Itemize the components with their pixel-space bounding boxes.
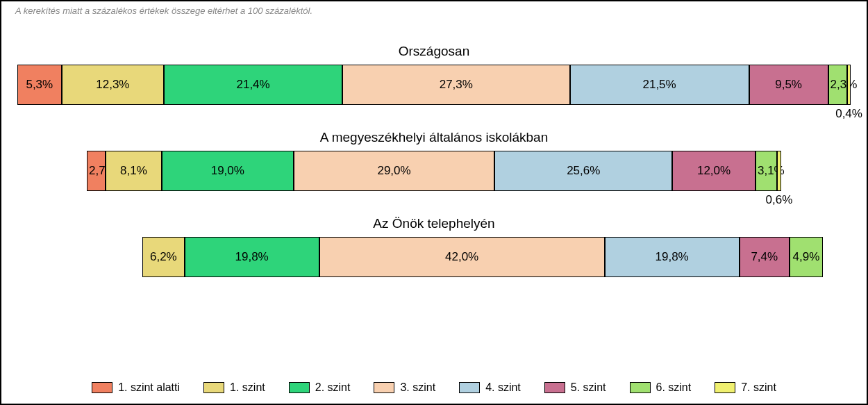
bar-segment: 29,0% — [294, 151, 495, 191]
segment-label: 12,3% — [96, 78, 129, 92]
segment-label: 9,5% — [775, 78, 802, 92]
bar-segment: 12,0% — [672, 151, 756, 191]
rounding-note: A kerekítés miatt a százalékos értékek ö… — [15, 6, 853, 16]
bar-segment: 0,4% — [847, 65, 851, 105]
legend-label: 1. szint alatti — [118, 381, 180, 394]
segment-label: 5,3% — [26, 78, 53, 92]
legend-label: 5. szint — [571, 381, 606, 394]
segment-label: 21,4% — [236, 78, 269, 92]
segment-label: 8,1% — [120, 164, 147, 178]
bar-segment: 19,8% — [605, 237, 740, 277]
segment-label: 29,0% — [377, 164, 410, 178]
legend-swatch — [92, 382, 112, 393]
legend-label: 4. szint — [485, 381, 521, 394]
legend-swatch — [630, 382, 651, 393]
stacked-bar: 6,2%19,8%42,0%19,8%7,4%4,9% — [142, 237, 823, 277]
bar-segment: 0,6% — [777, 151, 781, 191]
segment-label: 42,0% — [445, 250, 478, 264]
segment-label: 0,6% — [766, 193, 793, 207]
legend-swatch — [203, 382, 224, 393]
segment-label: 12,0% — [697, 164, 731, 178]
bar-segment: 6,2% — [142, 237, 185, 277]
segment-label: 4,9% — [793, 250, 820, 264]
stacked-bar: 2,7%8,1%19,0%29,0%25,6%12,0%3,1%0,6% — [87, 151, 781, 191]
segment-label: 27,3% — [440, 78, 473, 92]
bars-area: Országosan5,3%12,3%21,4%27,3%21,5%9,5%2,… — [17, 44, 851, 277]
bar-segment: 19,0% — [162, 151, 294, 191]
segment-label: 25,6% — [567, 164, 600, 178]
legend-swatch — [544, 382, 565, 393]
legend-item: 4. szint — [459, 381, 521, 394]
legend-swatch — [715, 382, 735, 393]
bar-segment: 9,5% — [749, 65, 828, 105]
bar-segment: 5,3% — [17, 65, 62, 105]
legend-label: 7. szint — [741, 381, 776, 394]
segment-label: 6,2% — [150, 250, 177, 264]
bar-group: Az Önök telephelyén6,2%19,8%42,0%19,8%7,… — [17, 216, 851, 277]
segment-label: 19,0% — [211, 164, 244, 178]
bar-segment: 2,7% — [87, 151, 106, 191]
segment-label: 19,8% — [656, 250, 689, 264]
legend-item: 2. szint — [289, 381, 351, 394]
bar-row: 6,2%19,8%42,0%19,8%7,4%4,9% — [17, 237, 851, 277]
bar-segment: 3,1% — [756, 151, 777, 191]
legend-item: 1. szint — [203, 381, 265, 394]
bar-segment: 21,4% — [164, 65, 342, 105]
bar-segment: 42,0% — [319, 237, 605, 277]
bar-segment: 19,8% — [185, 237, 319, 277]
bar-row: 5,3%12,3%21,4%27,3%21,5%9,5%2,3%0,4% — [17, 65, 851, 105]
legend-item: 7. szint — [715, 381, 776, 394]
legend-item: 5. szint — [544, 381, 606, 394]
bar-segment: 21,5% — [570, 65, 749, 105]
legend-label: 6. szint — [656, 381, 692, 394]
bar-title: A megyeszékhelyi általános iskolákban — [17, 130, 851, 145]
bar-segment: 2,3% — [828, 65, 848, 105]
segment-label: 7,4% — [751, 250, 778, 264]
bar-segment: 27,3% — [342, 65, 570, 105]
segment-label: 19,8% — [235, 250, 269, 264]
bar-group: Országosan5,3%12,3%21,4%27,3%21,5%9,5%2,… — [17, 44, 851, 105]
bar-segment: 8,1% — [106, 151, 162, 191]
legend-item: 3. szint — [374, 381, 435, 394]
bar-segment: 4,9% — [790, 237, 823, 277]
segment-label: 0,4% — [835, 107, 862, 121]
legend-item: 6. szint — [630, 381, 692, 394]
bar-segment: 12,3% — [62, 65, 165, 105]
legend-item: 1. szint alatti — [92, 381, 180, 394]
legend-label: 3. szint — [400, 381, 435, 394]
legend-swatch — [289, 382, 310, 393]
segment-label: 2,3% — [831, 78, 858, 92]
legend: 1. szint alatti1. szint2. szint3. szint4… — [1, 381, 867, 394]
bar-row: 2,7%8,1%19,0%29,0%25,6%12,0%3,1%0,6% — [17, 151, 851, 191]
legend-label: 2. szint — [315, 381, 351, 394]
bar-title: Az Önök telephelyén — [17, 216, 851, 231]
legend-swatch — [459, 382, 480, 393]
segment-label: 21,5% — [642, 78, 676, 92]
chart-frame: A kerekítés miatt a százalékos értékek ö… — [0, 0, 868, 405]
bar-segment: 25,6% — [494, 151, 672, 191]
bar-title: Országosan — [17, 44, 851, 59]
bar-group: A megyeszékhelyi általános iskolákban2,7… — [17, 130, 851, 191]
legend-swatch — [374, 382, 394, 393]
stacked-bar: 5,3%12,3%21,4%27,3%21,5%9,5%2,3%0,4% — [17, 65, 851, 105]
legend-label: 1. szint — [230, 381, 265, 394]
bar-segment: 7,4% — [740, 237, 790, 277]
